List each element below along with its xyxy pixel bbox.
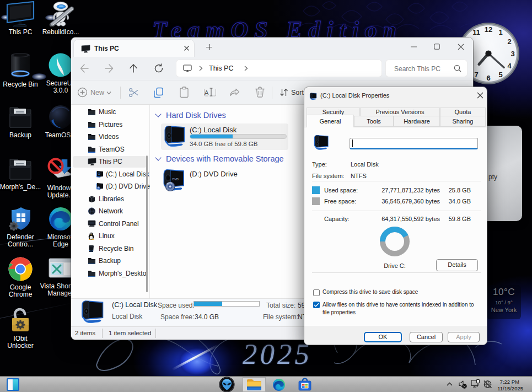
svg-text:5: 5 (498, 71, 502, 79)
svg-text:3: 3 (510, 50, 514, 58)
svg-text:1: 1 (498, 28, 502, 36)
svg-text:11: 11 (472, 28, 480, 36)
svg-text:7: 7 (474, 71, 478, 79)
svg-text:A: A (205, 89, 209, 96)
svg-text:6: 6 (486, 74, 490, 82)
svg-text:4: 4 (507, 62, 512, 70)
svg-text:2: 2 (507, 37, 511, 46)
svg-text:12: 12 (485, 25, 492, 34)
